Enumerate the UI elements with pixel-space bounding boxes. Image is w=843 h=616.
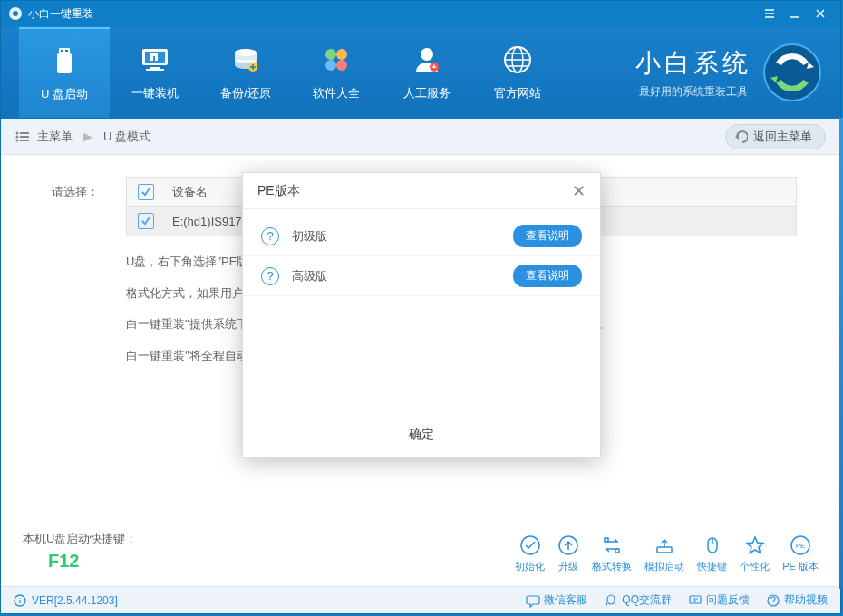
dialog-title: PE版本 (257, 183, 300, 199)
pe-option-label: 高级版 (292, 268, 327, 284)
dialog-close-button[interactable]: ✕ (572, 181, 586, 201)
pe-option-advanced[interactable]: ? 高级版 查看说明 (243, 256, 600, 296)
pe-option-label: 初级版 (292, 228, 327, 245)
dialog-overlay: PE版本 ✕ ? 初级版 查看说明 ? 高级版 查看说明 确定 (0, 0, 843, 616)
view-info-button[interactable]: 查看说明 (513, 225, 582, 247)
view-info-button[interactable]: 查看说明 (513, 265, 582, 287)
question-icon: ? (261, 227, 279, 245)
pe-option-basic[interactable]: ? 初级版 查看说明 (243, 217, 600, 256)
question-icon: ? (261, 267, 279, 285)
dialog-ok-button[interactable]: 确定 (243, 412, 600, 457)
pe-version-dialog: PE版本 ✕ ? 初级版 查看说明 ? 高级版 查看说明 确定 (242, 172, 601, 458)
